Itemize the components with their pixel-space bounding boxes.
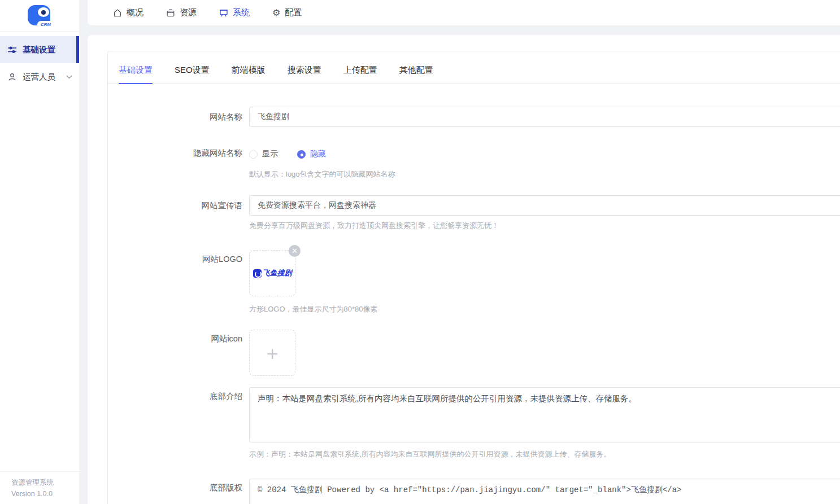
logo-help: 方形LOGO，最佳显示尺寸为80*80像素 [249,304,840,314]
nav-item-system[interactable]: 系统 [219,7,250,18]
hide-site-name-label: 隐藏网站名称 [108,144,249,179]
radio-hide-label: 隐藏 [310,149,326,159]
footer-intro-label: 底部介绍 [108,387,249,459]
tab-search-settings[interactable]: 搜索设置 [288,65,321,84]
site-icon-label: 网站icon [108,330,249,376]
close-icon: ✕ [291,247,298,255]
crm-logo-icon: CRM [27,4,53,28]
app-logo[interactable]: CRM [0,0,79,32]
system-version: Version 1.0.0 [11,489,79,499]
sidebar-item-basic-settings[interactable]: 基础设置 [0,36,79,63]
radio-show-label: 显示 [262,149,278,159]
sidebar-item-label: 运营人员 [23,72,55,82]
sidebar-footer: 资源管理系统 Version 1.0.0 [0,471,79,504]
nav-item-label: 资源 [180,7,197,18]
nav-item-label: 系统 [233,7,250,18]
radio-show[interactable]: 显示 [249,149,278,159]
archive-icon [166,8,175,17]
footer-intro-textarea[interactable]: 声明：本站是网盘索引系统,所有内容均来自互联网所提供的公开引用资源，未提供资源上… [249,387,840,442]
monitor-icon [219,8,228,17]
system-name: 资源管理系统 [11,477,79,488]
radio-hide[interactable]: 隐藏 [297,149,326,159]
site-name-label: 网站名称 [108,107,249,127]
radio-show-circle [249,150,258,159]
radio-hide-circle [297,150,306,159]
tab-frontend-template[interactable]: 前端模版 [232,65,266,84]
slogan-input[interactable] [249,195,840,216]
settings-tabs: 基础设置 SEO设置 前端模版 搜索设置 上传配置 其他配置 [108,65,840,84]
basic-settings-form: 网站名称 隐藏网站名称 显示 隐藏 [108,107,840,504]
logo-image-text: 飞鱼搜剧 [263,268,292,278]
icon-upload-box[interactable]: ＋ [249,330,295,376]
site-logo-label: 网站LOGO [108,250,249,314]
crm-logo-text: CRM [38,21,54,28]
logo-image-icon [253,269,262,278]
gear-icon: ⚙ [272,8,280,17]
sidebar: CRM 基础设置 运营人员 [0,0,79,504]
nav-item-config[interactable]: ⚙ 配置 [272,7,302,18]
site-name-input[interactable] [249,107,840,127]
nav-item-overview[interactable]: 概况 [113,7,143,18]
tab-basic-settings[interactable]: 基础设置 [119,65,153,84]
footer-copyright-textarea[interactable]: © 2024 飞鱼搜剧 Powered by <a href="https://… [249,479,840,504]
logo-upload-box[interactable]: 飞鱼搜剧 ✕ [249,250,295,296]
sidebar-menu: 基础设置 运营人员 [0,36,79,90]
person-icon [7,72,17,82]
slogan-help: 免费分享百万级网盘资源，致力打造顶尖网盘搜索引擎，让您畅享资源无忧！ [249,221,840,231]
sidebar-item-label: 基础设置 [23,45,55,55]
nav-item-label: 概况 [127,7,143,18]
sliders-icon [7,45,17,55]
remove-logo-button[interactable]: ✕ [289,245,301,257]
settings-panel: 基础设置 SEO设置 前端模版 搜索设置 上传配置 其他配置 网站名称 隐藏网站… [107,51,840,504]
tab-other-config[interactable]: 其他配置 [399,65,433,84]
top-navigation: 概况 资源 系统 ⚙ 配置 [88,0,840,25]
plus-icon: ＋ [263,343,282,362]
hide-site-name-radio-group: 显示 隐藏 [249,148,840,160]
footer-copyright-label: 底部版权 [108,479,249,504]
footer-intro-help: 示例：声明：本站是网盘索引系统,所有内容均来自互联网所提供的公开引用资源，未提供… [249,449,840,459]
tab-seo-settings[interactable]: SEO设置 [175,65,210,84]
nav-item-resources[interactable]: 资源 [166,7,197,18]
hide-site-name-help: 默认显示：logo包含文字的可以隐藏网站名称 [249,169,840,179]
main-content-card: 基础设置 SEO设置 前端模版 搜索设置 上传配置 其他配置 网站名称 隐藏网站… [88,35,840,504]
nav-item-label: 配置 [285,7,302,18]
slogan-label: 网站宣传语 [108,195,249,231]
logo-preview-image: 飞鱼搜剧 [253,268,292,278]
chevron-down-icon [66,75,72,79]
home-icon [113,8,122,17]
tab-upload-config[interactable]: 上传配置 [343,65,377,84]
sidebar-item-operators[interactable]: 运营人员 [0,63,79,90]
